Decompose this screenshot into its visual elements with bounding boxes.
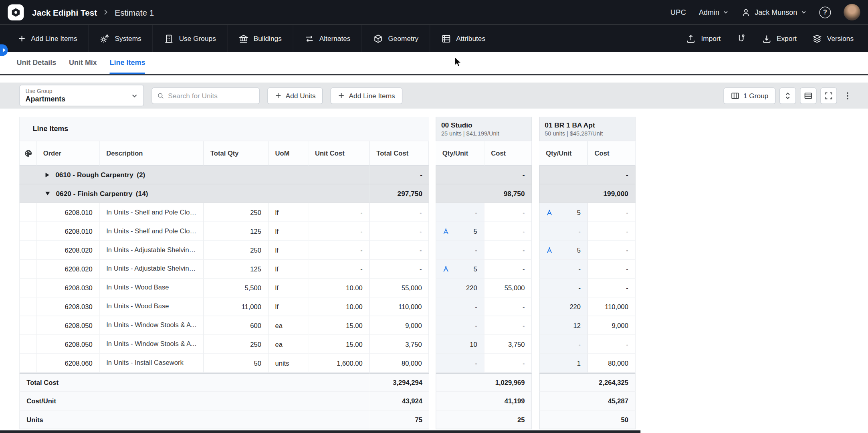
- order-cell[interactable]: 6208.020: [36, 260, 99, 279]
- admin-menu[interactable]: Admin: [699, 8, 729, 16]
- group2-cost-cell[interactable]: -: [588, 222, 636, 241]
- export-button[interactable]: Export: [754, 25, 804, 52]
- total-qty-cell[interactable]: 600: [204, 316, 268, 335]
- column-header-total-qty[interactable]: Total Qty: [204, 141, 268, 166]
- unit-cost-cell[interactable]: 15.00: [308, 335, 369, 354]
- total-cost-cell[interactable]: -: [370, 241, 429, 260]
- order-cell[interactable]: 6208.010: [36, 203, 99, 222]
- unit-group-header-00-studio[interactable]: 00 Studio 25 units | $41,199/Unit: [436, 117, 532, 141]
- group2-cost-cell[interactable]: -: [588, 203, 636, 222]
- column-header-group2-qty-unit[interactable]: Qty/Unit: [539, 141, 588, 166]
- group1-qty-cell[interactable]: 5: [436, 222, 484, 241]
- description-cell[interactable]: In Units - Adjustable Shelving...: [100, 241, 204, 260]
- help-icon[interactable]: ?: [819, 6, 831, 18]
- total-cost-cell[interactable]: 110,000: [370, 297, 429, 316]
- column-header-order[interactable]: Order: [36, 141, 99, 166]
- description-cell[interactable]: In Units - Wood Base: [100, 297, 204, 316]
- total-cost-cell[interactable]: 3,750: [370, 335, 429, 354]
- category-toggle[interactable]: 0620 - Finish Carpentry(14): [19, 184, 369, 203]
- total-cost-cell[interactable]: -: [370, 260, 429, 279]
- group2-qty-cell[interactable]: -: [539, 279, 588, 297]
- group1-qty-cell[interactable]: -: [436, 297, 484, 316]
- uom-cell[interactable]: lf: [268, 222, 308, 241]
- group1-qty-cell[interactable]: 10: [436, 335, 484, 354]
- group1-cost-cell[interactable]: -: [484, 354, 532, 373]
- toolbar-buildings-button[interactable]: Buildings: [227, 25, 293, 52]
- group2-qty-cell[interactable]: 12: [539, 316, 588, 335]
- uom-cell[interactable]: lf: [268, 279, 308, 297]
- ediphi-logo[interactable]: [8, 4, 24, 20]
- group1-cost-cell[interactable]: -: [484, 222, 532, 241]
- total-qty-cell[interactable]: 250: [204, 241, 268, 260]
- more-options-button[interactable]: [841, 87, 854, 104]
- horizontal-scrollbar[interactable]: [0, 430, 640, 433]
- column-header-group2-cost[interactable]: Cost: [588, 141, 636, 166]
- group1-qty-cell[interactable]: -: [436, 241, 484, 260]
- row-color-cell[interactable]: [19, 222, 36, 241]
- order-cell[interactable]: 6208.030: [36, 297, 99, 316]
- total-qty-cell[interactable]: 125: [204, 222, 268, 241]
- uom-cell[interactable]: units: [268, 354, 308, 373]
- total-qty-cell[interactable]: 250: [204, 335, 268, 354]
- tab-unit-mix[interactable]: Unit Mix: [69, 52, 97, 74]
- toolbar-geometry-button[interactable]: Geometry: [361, 25, 430, 52]
- column-header-description[interactable]: Description: [100, 141, 204, 166]
- toolbar-attributes-button[interactable]: Attributes: [430, 25, 497, 52]
- total-qty-cell[interactable]: 125: [204, 260, 268, 279]
- column-header-uom[interactable]: UoM: [268, 141, 308, 166]
- use-group-select[interactable]: Use Group Apartments: [19, 85, 144, 106]
- description-cell[interactable]: In Units - Wood Base: [100, 279, 204, 297]
- breadcrumb-project[interactable]: Jack Ediphi Test: [32, 8, 97, 17]
- unit-cost-cell[interactable]: -: [308, 203, 369, 222]
- toolbar-add-line-items-button[interactable]: Add Line Items: [7, 25, 89, 52]
- toolbar-systems-button[interactable]: Systems: [88, 25, 152, 52]
- upc-link[interactable]: UPC: [670, 8, 686, 16]
- toolbar-use-groups-button[interactable]: Use Groups: [152, 25, 227, 52]
- unit-cost-cell[interactable]: -: [308, 260, 369, 279]
- uom-cell[interactable]: ea: [268, 335, 308, 354]
- search-input[interactable]: [168, 92, 254, 99]
- total-qty-cell[interactable]: 250: [204, 203, 268, 222]
- row-color-cell[interactable]: [19, 297, 36, 316]
- group2-qty-cell[interactable]: 1: [539, 354, 588, 373]
- total-qty-cell[interactable]: 50: [204, 354, 268, 373]
- column-header-total-cost[interactable]: Total Cost: [370, 141, 429, 166]
- row-color-cell[interactable]: [19, 316, 36, 335]
- uom-cell[interactable]: lf: [268, 260, 308, 279]
- user-avatar[interactable]: [844, 4, 860, 20]
- add-line-items-button[interactable]: Add Line Items: [331, 87, 402, 104]
- category-toggle[interactable]: 0610 - Rough Carpentry(2): [19, 166, 369, 184]
- order-cell[interactable]: 6208.010: [36, 222, 99, 241]
- group2-cost-cell[interactable]: -: [588, 335, 636, 354]
- order-cell[interactable]: 6208.060: [36, 354, 99, 373]
- sort-button[interactable]: [779, 87, 796, 104]
- description-cell[interactable]: In Units - Shelf and Pole Closet: [100, 222, 204, 241]
- group2-cost-cell[interactable]: 9,000: [588, 316, 636, 335]
- group2-qty-cell[interactable]: 5: [539, 203, 588, 222]
- add-units-button[interactable]: Add Units: [267, 87, 323, 104]
- group2-cost-cell[interactable]: 80,000: [588, 354, 636, 373]
- group2-cost-cell[interactable]: -: [588, 260, 636, 279]
- unit-cost-cell[interactable]: -: [308, 241, 369, 260]
- row-color-cell[interactable]: [19, 203, 36, 222]
- hook-button[interactable]: [729, 25, 754, 52]
- column-header-unit-cost[interactable]: Unit Cost: [308, 141, 369, 166]
- order-cell[interactable]: 6208.050: [36, 335, 99, 354]
- column-header-group1-qty-unit[interactable]: Qty/Unit: [436, 141, 484, 166]
- total-cost-cell[interactable]: -: [370, 222, 429, 241]
- group2-cost-cell[interactable]: -: [588, 279, 636, 297]
- tab-unit-details[interactable]: Unit Details: [16, 52, 56, 74]
- tab-line-items[interactable]: Line Items: [110, 52, 145, 74]
- order-cell[interactable]: 6208.030: [36, 279, 99, 297]
- group1-cost-cell[interactable]: -: [484, 241, 532, 260]
- panel-expander[interactable]: [0, 45, 8, 56]
- uom-cell[interactable]: ea: [268, 316, 308, 335]
- total-qty-cell[interactable]: 5,500: [204, 279, 268, 297]
- group1-qty-cell[interactable]: 220: [436, 279, 484, 297]
- total-cost-cell[interactable]: 80,000: [370, 354, 429, 373]
- breadcrumb-estimate[interactable]: Estimate 1: [115, 8, 154, 17]
- table-density-button[interactable]: [800, 87, 816, 104]
- group1-cost-cell[interactable]: -: [484, 203, 532, 222]
- unit-cost-cell[interactable]: 1,600.00: [308, 354, 369, 373]
- order-cell[interactable]: 6208.050: [36, 316, 99, 335]
